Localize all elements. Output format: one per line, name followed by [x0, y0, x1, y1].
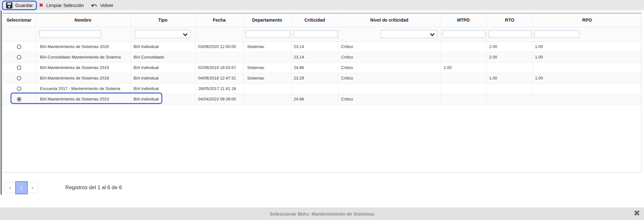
table-row: BIA Mantenimiento de Sistemas 2020BIA In… [3, 41, 641, 52]
cell-rto [486, 62, 533, 73]
rpo-filter-input[interactable] [534, 30, 579, 38]
save-button-label: Guardar [15, 3, 33, 8]
save-button[interactable]: Guardar [4, 2, 35, 9]
dialog-title-bar: Seleccionar BIAs: Mantenimiento de Siste… [0, 208, 644, 220]
cell-mtpd [440, 52, 486, 62]
column-header-rto[interactable]: RTO [486, 14, 533, 27]
cell-tipo: BIA Individual [131, 73, 195, 83]
pagination-next-button[interactable]: » [27, 182, 38, 193]
chevron-down-icon [430, 32, 435, 36]
mtpd-filter-input[interactable] [442, 30, 485, 38]
cell-nombre: BIA Consolidado Mantenimiento de Sistema [35, 52, 131, 62]
cell-seleccionar [3, 52, 35, 62]
cell-departamento [243, 83, 291, 94]
tipo-filter-select[interactable] [135, 30, 190, 38]
cell-rto: 2.00 [486, 41, 533, 52]
cell-departamento: Sistemas [243, 62, 291, 73]
dialog-title: Seleccionar BIAs: Mantenimiento de Siste… [270, 211, 374, 217]
column-header-departamento[interactable]: Departamento [243, 14, 291, 27]
cell-criticidad: 23.14 [291, 52, 338, 62]
cell-rpo: 1.00 [533, 52, 641, 62]
cell-rto [486, 83, 533, 94]
cell-rto [486, 94, 533, 104]
nombre-filter-input[interactable] [39, 30, 101, 38]
window-edge [1, 0, 2, 195]
cell-rpo: 1.00 [533, 41, 641, 52]
column-header-rpo[interactable]: RPO [533, 14, 641, 27]
nivel-criticidad-filter-select[interactable] [381, 30, 437, 38]
rto-filter-input[interactable] [489, 30, 532, 38]
filter-nombre-cell [35, 27, 131, 41]
cell-mtpd [440, 83, 486, 94]
cell-fecha: 02/09/2019 19:03:57 [195, 62, 243, 73]
cell-nombre: BIA Mantenimiento de Sistemas 2020 [35, 41, 131, 52]
filter-mtpd-cell [440, 27, 486, 41]
filter-seleccionar-cell [3, 27, 35, 41]
column-header-mtpd[interactable]: MTPD [440, 14, 486, 27]
close-icon[interactable]: ✖ [633, 209, 640, 217]
cell-nombre: BIA Mantenimiento de Sistemas 2019 [35, 62, 131, 73]
records-summary: Registros del 1 al 6 de 6 [65, 184, 122, 190]
cell-fecha: 04/06/2018 12:47:31 [195, 73, 243, 83]
table-row: BIA Consolidado Mantenimiento de Sistema… [3, 52, 641, 62]
filter-rto-cell [486, 27, 533, 41]
cell-rto: 1.00 [486, 73, 533, 83]
cell-mtpd [440, 41, 486, 52]
bia-grid: SeleccionarNombreTipoFechaDepartamentoCr… [3, 13, 641, 173]
column-header-nivel-de-criticidad[interactable]: Nivel de criticidad [338, 14, 440, 27]
cell-rpo [533, 62, 641, 73]
filter-rpo-cell [533, 27, 641, 41]
cell-departamento [243, 52, 291, 62]
cell-rto: 2.00 [486, 52, 533, 62]
column-header-criticidad[interactable]: Criticidad [291, 14, 338, 27]
cell-mtpd [440, 94, 486, 104]
clear-selection-button[interactable]: ✖ Limpiar Selección [37, 3, 86, 8]
criticidad-filter-input[interactable] [293, 30, 338, 38]
back-button[interactable]: Volver [89, 2, 116, 9]
cell-tipo: BIA Individual [131, 41, 195, 52]
filter-tipo-cell [131, 27, 195, 41]
select-bia-dialog: Guardar ✖ Limpiar Selección Volver Selec… [0, 0, 644, 221]
cell-nombre: Encuesta 2017 - Mantenimiento de Sistema [35, 83, 131, 94]
cell-seleccionar [3, 41, 35, 52]
cell-nombre: BIA Mantenimiento de Sistemas 2023 [35, 94, 131, 104]
save-button-highlight: Guardar [2, 1, 37, 10]
cell-criticidad: 23.14 [291, 41, 338, 52]
column-header-seleccionar[interactable]: Seleccionar [3, 14, 35, 27]
select-row-radio[interactable] [17, 86, 21, 91]
cell-rpo: 1.00 [533, 73, 641, 83]
table-row: BIA Mantenimiento de Sistemas 2023BIA In… [3, 94, 641, 104]
toolbar: Guardar ✖ Limpiar Selección Volver [0, 0, 644, 10]
column-header-nombre[interactable]: Nombre [35, 14, 131, 27]
cell-seleccionar [3, 94, 35, 104]
filter-row [3, 27, 641, 41]
select-row-radio[interactable] [17, 45, 21, 49]
table-row: Encuesta 2017 - Mantenimiento de Sistema… [3, 83, 641, 94]
cell-criticidad: 24.86 [291, 94, 338, 104]
select-row-radio[interactable] [17, 76, 21, 80]
bia-table: SeleccionarNombreTipoFechaDepartamentoCr… [3, 14, 641, 105]
cell-tipo: BIA Individual [131, 94, 195, 104]
cell-seleccionar [3, 73, 35, 83]
cell-tipo: BIA Consolidado [131, 52, 195, 62]
cell-fecha [195, 52, 243, 62]
undo-arrow-icon [91, 2, 97, 9]
filter-criticidad-cell [291, 27, 338, 41]
select-row-radio[interactable] [17, 97, 21, 101]
table-row: BIA Mantenimiento de Sistemas 2018BIA In… [3, 73, 641, 83]
pagination-page-1-button[interactable]: 1 [15, 181, 28, 194]
cell-criticidad: 23.29 [291, 73, 338, 83]
pagination: « 1 » [4, 182, 38, 193]
pagination-prev-button[interactable]: « [4, 182, 15, 193]
cell-criticidad [291, 83, 338, 94]
departamento-filter-input[interactable] [245, 30, 290, 38]
cell-mtpd: 2.00 [440, 62, 486, 73]
select-row-radio[interactable] [17, 55, 21, 59]
column-header-fecha[interactable]: Fecha [195, 14, 243, 27]
cell-tipo: BIA Individual [131, 83, 195, 94]
column-header-tipo[interactable]: Tipo [131, 14, 195, 27]
select-row-radio[interactable] [17, 66, 21, 70]
cell-nivel: Crítico [338, 94, 440, 104]
back-button-label: Volver [100, 3, 114, 8]
cell-departamento [243, 94, 291, 104]
